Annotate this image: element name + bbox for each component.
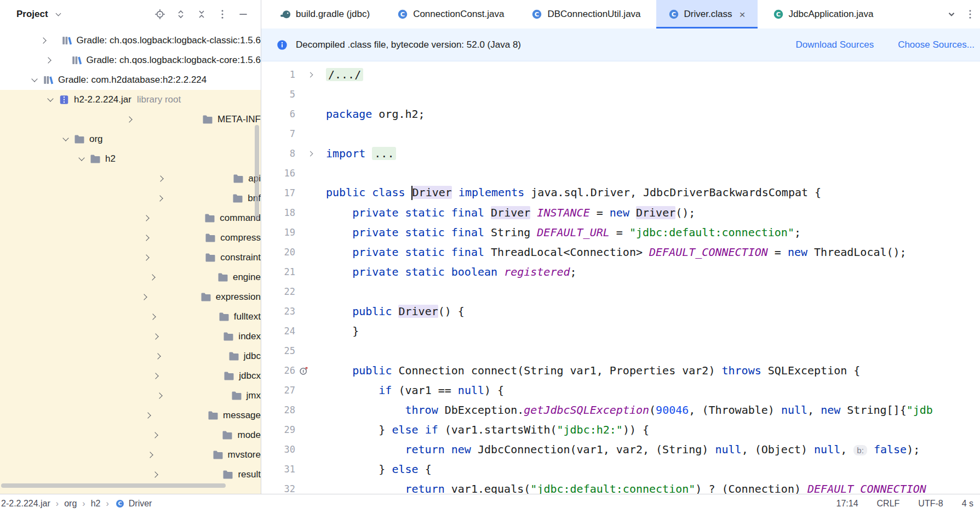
implements-icon[interactable] <box>299 365 310 376</box>
chevron-right-icon[interactable] <box>91 252 203 264</box>
collapse-all-icon[interactable] <box>196 9 207 20</box>
tree-item-result[interactable]: result <box>0 465 261 485</box>
tree-horizontal-scrollbar[interactable] <box>1 483 226 488</box>
expand-all-icon[interactable] <box>175 9 186 20</box>
tree-item-gradle-ch-qos-logback-logback-core-1-5-6[interactable]: Gradle: ch.qos.logback:logback-core:1.5.… <box>0 50 261 70</box>
more-icon[interactable] <box>965 9 976 20</box>
breadcrumb-item[interactable]: CDriver <box>114 498 152 509</box>
chevron-right-icon[interactable] <box>91 429 220 441</box>
chevron-right-icon[interactable] <box>91 291 198 303</box>
chevron-down-icon[interactable] <box>53 8 65 20</box>
tree-item-label: fulltext <box>234 311 261 322</box>
chevron-down-icon[interactable] <box>44 94 56 106</box>
code-line-23: 23 public Driver() { <box>261 301 980 321</box>
tree-item-label: message <box>223 410 261 421</box>
tree-vertical-scrollbar[interactable] <box>255 125 259 220</box>
chevron-right-icon[interactable] <box>28 54 69 66</box>
folder-icon <box>208 410 219 421</box>
tree-item-jdbc[interactable]: jdbc <box>0 346 261 366</box>
chevron-right-icon[interactable] <box>91 212 202 224</box>
class-icon: C <box>668 9 679 20</box>
chevron-right-icon[interactable] <box>91 311 216 323</box>
chevron-down-icon[interactable] <box>60 133 72 145</box>
tab-jdbcapplication-java[interactable]: CJdbcApplication.java <box>761 0 886 29</box>
chevron-right-icon[interactable] <box>91 469 220 481</box>
tree-item-h2-2-2-224-jar[interactable]: h2-2.2.224.jarlibrary root <box>0 90 261 110</box>
chevron-right-icon[interactable] <box>91 330 221 343</box>
indent-style[interactable]: 4 s <box>962 499 973 509</box>
chevron-down-icon[interactable] <box>76 153 88 165</box>
tree-item-engine[interactable]: engine <box>0 267 261 287</box>
code-line-22: 22 <box>261 282 980 301</box>
tab-dbconnectionutil-java[interactable]: CDBConnectionUtil.java <box>519 0 652 29</box>
code-text: public Connection connect(String var1, P… <box>326 364 980 377</box>
tree-item-jdbcx[interactable]: jdbcx <box>0 366 261 386</box>
chevron-down-icon[interactable] <box>946 9 957 20</box>
code-text: private static final String DEFAULT_URL … <box>326 226 980 239</box>
chevron-right-icon[interactable] <box>28 35 59 47</box>
chevron-right-icon[interactable] <box>91 192 230 204</box>
chevron-right-icon[interactable] <box>91 370 221 382</box>
caret-position[interactable]: 17:14 <box>836 499 858 509</box>
tree-item-mvstore[interactable]: mvstore <box>0 445 261 465</box>
folder-icon <box>228 351 239 362</box>
project-panel: Project Gradle: ch.qos.logback:logback-c… <box>0 0 261 494</box>
tree-item-compress[interactable]: compress <box>0 228 261 248</box>
locate-icon[interactable] <box>154 9 165 20</box>
hide-icon[interactable] <box>238 9 249 20</box>
chevron-right-icon[interactable] <box>91 350 226 362</box>
chevron-down-icon[interactable] <box>28 74 41 86</box>
breadcrumb-item[interactable]: 2-2.2.224.jar <box>1 499 50 509</box>
tree-item-label: Gradle: com.h2database:h2:2.2.224 <box>58 75 207 86</box>
tree-item-label: META-INF <box>217 114 261 125</box>
line-number: 29 <box>261 424 295 435</box>
tree-item-gradle-com-h2database-h2-2-2-224[interactable]: Gradle: com.h2database:h2:2.2.224 <box>0 70 261 90</box>
chevron-right-icon[interactable] <box>91 232 203 244</box>
tab-build-gradle-jdbc[interactable]: build.gradle (jdbc) <box>268 0 382 29</box>
tree-item-expression[interactable]: expression <box>0 287 261 307</box>
chevron-right-icon[interactable] <box>91 449 210 461</box>
chevron-right-icon[interactable] <box>91 173 231 185</box>
tree-item-api[interactable]: api <box>0 169 261 189</box>
implements-method-gutter-icon[interactable] <box>295 365 326 376</box>
project-title[interactable]: Project <box>16 9 48 20</box>
tree-item-index[interactable]: index <box>0 327 261 346</box>
code-text: /.../ <box>326 68 980 81</box>
tree-item-bnf[interactable]: bnf <box>0 189 261 208</box>
fold-marker-icon[interactable] <box>295 69 326 81</box>
tree-item-fulltext[interactable]: fulltext <box>0 307 261 327</box>
tree-item-jmx[interactable]: jmx <box>0 386 261 406</box>
jar-icon <box>59 94 70 105</box>
encoding[interactable]: UTF-8 <box>918 499 943 509</box>
tree-item-mode[interactable]: mode <box>0 425 261 445</box>
chevron-right-icon[interactable] <box>91 271 215 283</box>
more-icon[interactable] <box>217 9 228 20</box>
breadcrumb-item[interactable]: org <box>64 499 77 509</box>
tree-item-org[interactable]: org <box>0 129 261 149</box>
tab-driver-class[interactable]: CDriver.class× <box>656 0 758 29</box>
tab-connectionconst-java[interactable]: CConnectionConst.java <box>385 0 516 29</box>
tree-item-label: h2-2.2.224.jar <box>74 94 131 105</box>
tab-label: DBConnectionUtil.java <box>547 9 640 20</box>
tree-item-h2[interactable]: h2 <box>0 149 261 169</box>
tree-item-gradle-ch-qos-logback-logback-classic-1-5-6[interactable]: Gradle: ch.qos.logback:logback-classic:1… <box>0 31 261 50</box>
choose-sources-link[interactable]: Choose Sources... <box>898 39 975 50</box>
chevron-right-icon[interactable] <box>60 113 200 126</box>
chevron-right-icon[interactable] <box>91 390 229 402</box>
editor[interactable]: 1/.../56package org.h2;78import ...1617p… <box>261 61 980 494</box>
download-sources-link[interactable]: Download Sources <box>795 39 874 50</box>
tree-item-meta-inf[interactable]: META-INF <box>0 110 261 129</box>
breadcrumb-item[interactable]: h2 <box>91 499 101 509</box>
tree-item-constraint[interactable]: constraint <box>0 248 261 267</box>
line-number: 17 <box>261 187 295 198</box>
chevron-right-icon[interactable] <box>91 409 205 421</box>
folder-icon <box>204 213 215 224</box>
tree-item-command[interactable]: command <box>0 208 261 228</box>
tree-item-message[interactable]: message <box>0 406 261 425</box>
line-number: 22 <box>261 286 295 297</box>
close-icon[interactable]: × <box>739 9 745 20</box>
line-ending[interactable]: CRLF <box>877 499 900 509</box>
folder-icon <box>233 173 244 184</box>
fold-marker-icon[interactable] <box>295 147 326 159</box>
parameter-hint[interactable]: b: <box>853 445 867 455</box>
